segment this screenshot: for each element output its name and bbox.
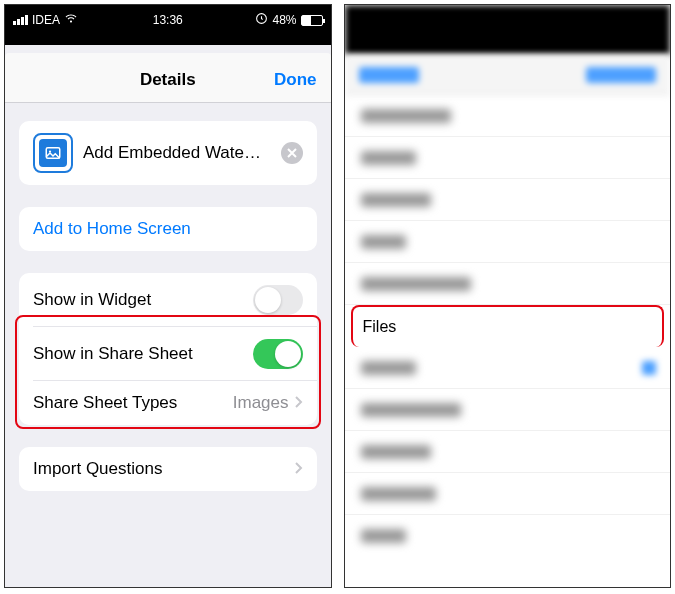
files-row[interactable]: Files xyxy=(351,305,665,347)
list-item[interactable] xyxy=(345,347,671,389)
checkmark-icon xyxy=(642,361,656,375)
signal-icon xyxy=(13,15,28,25)
types-list: Files xyxy=(345,95,671,557)
status-bar-blurred xyxy=(345,5,671,55)
shortcut-name-input[interactable]: Add Embedded Wate… xyxy=(83,143,273,163)
list-item[interactable] xyxy=(345,473,671,515)
import-questions-label: Import Questions xyxy=(33,459,295,479)
content: Add Embedded Wate… Add to Home Screen Sh… xyxy=(5,103,331,587)
clear-button[interactable] xyxy=(281,142,303,164)
status-bar: IDEA 13:36 48% xyxy=(5,5,331,35)
chevron-right-icon xyxy=(295,394,303,412)
carrier-label: IDEA xyxy=(32,13,60,27)
chevron-right-icon xyxy=(295,460,303,478)
time-label: 13:36 xyxy=(153,13,183,27)
add-to-home-button[interactable]: Add to Home Screen xyxy=(19,207,317,251)
show-in-share-sheet-toggle[interactable] xyxy=(253,339,303,369)
phone-right: Files xyxy=(344,4,672,588)
share-sheet-types-label: Share Sheet Types xyxy=(33,393,233,413)
shortcut-card: Add Embedded Wate… xyxy=(19,121,317,185)
settings-card: Show in Widget Show in Share Sheet Share… xyxy=(19,273,317,425)
list-item[interactable] xyxy=(345,389,671,431)
rotation-lock-icon xyxy=(255,12,268,28)
show-in-widget-label: Show in Widget xyxy=(33,290,253,310)
list-item[interactable] xyxy=(345,95,671,137)
nav-bar-blurred xyxy=(345,55,671,95)
list-item[interactable] xyxy=(345,179,671,221)
list-item[interactable] xyxy=(345,221,671,263)
battery-percent: 48% xyxy=(272,13,296,27)
battery-icon xyxy=(301,15,323,26)
files-label: Files xyxy=(363,318,397,336)
list-item[interactable] xyxy=(345,137,671,179)
close-icon xyxy=(287,148,297,158)
page-title: Details xyxy=(140,70,196,90)
select-all-button-blurred[interactable] xyxy=(586,67,656,83)
back-button-blurred[interactable] xyxy=(359,67,419,83)
phone-left: IDEA 13:36 48% Details Done xyxy=(4,4,332,588)
home-screen-card: Add to Home Screen xyxy=(19,207,317,251)
list-item[interactable] xyxy=(345,515,671,557)
import-card: Import Questions xyxy=(19,447,317,491)
show-in-widget-row: Show in Widget xyxy=(19,273,317,327)
show-in-share-sheet-label: Show in Share Sheet xyxy=(33,344,253,364)
share-sheet-types-value: Images xyxy=(233,393,289,413)
shortcut-icon-button[interactable] xyxy=(33,133,73,173)
share-sheet-types-row[interactable]: Share Sheet Types Images xyxy=(19,381,317,425)
show-in-widget-toggle[interactable] xyxy=(253,285,303,315)
image-icon xyxy=(44,144,62,162)
wifi-icon xyxy=(64,12,78,29)
import-questions-row[interactable]: Import Questions xyxy=(19,447,317,491)
list-item[interactable] xyxy=(345,263,671,305)
done-button[interactable]: Done xyxy=(274,70,317,90)
list-item[interactable] xyxy=(345,431,671,473)
add-to-home-label: Add to Home Screen xyxy=(33,219,191,239)
nav-bar: Details Done xyxy=(5,57,331,103)
show-in-share-sheet-row: Show in Share Sheet xyxy=(19,327,317,381)
